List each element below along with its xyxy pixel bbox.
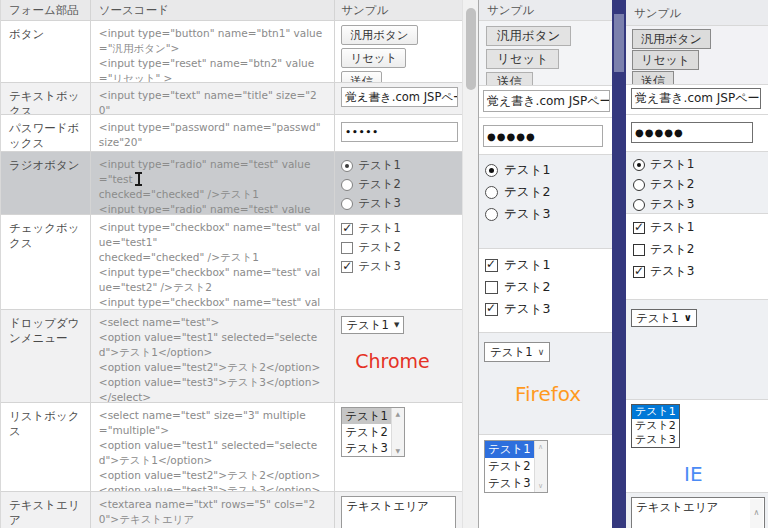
password-input[interactable]: •••••	[341, 122, 458, 142]
dropdown-select[interactable]: テスト1▼	[341, 316, 404, 334]
checkbox-option-1[interactable]: テスト1	[633, 219, 694, 236]
sample-section-dropdown: テスト1∨	[626, 300, 768, 400]
header-form-parts: フォーム部品	[1, 0, 91, 20]
submit-button[interactable]: 送信	[632, 71, 674, 85]
listbox-option-1[interactable]: テスト1	[632, 405, 679, 419]
checkbox-icon	[341, 261, 353, 273]
scrollbar-thumb[interactable]	[466, 8, 476, 90]
checkbox-option-1[interactable]: テスト1	[341, 221, 401, 236]
listbox-select[interactable]: テスト1 テスト2 テスト3 ▲▼	[341, 407, 405, 457]
scroll-up-icon: ∧	[754, 508, 760, 517]
textarea-scrollbar[interactable]: ∧	[750, 499, 763, 528]
screenshot-root: フォーム部品 ソースコード サンプル ボタン <input type="butt…	[0, 0, 768, 528]
dropdown-select[interactable]: テスト1∨	[631, 309, 697, 327]
checkbox-icon	[341, 242, 353, 254]
sample-section-listbox: テスト1 テスト2 テスト3 IE	[626, 400, 768, 493]
checkbox-option-1[interactable]: テスト1	[485, 257, 550, 274]
ie-pane: サンプル 汎用ボタン リセット 送信 覚え書き.com JSPページ ●●●●●…	[626, 0, 768, 528]
listbox-option-3[interactable]: テスト3	[632, 433, 679, 447]
radio-icon	[341, 160, 353, 172]
listbox-scrollbar[interactable]: ∧∨	[534, 441, 547, 492]
radio-option-3[interactable]: テスト3	[341, 196, 401, 211]
checkbox-option-2[interactable]: テスト2	[485, 279, 550, 296]
checkbox-option-3[interactable]: テスト3	[485, 301, 550, 318]
checkbox-option-3[interactable]: テスト3	[341, 259, 401, 274]
generic-button[interactable]: 汎用ボタン	[632, 29, 711, 49]
firefox-pane: サンプル 汎用ボタン リセット 送信 覚え書き.com JSPページ ●●●●●…	[478, 0, 612, 528]
listbox-option-1[interactable]: テスト1	[485, 441, 534, 458]
text-input[interactable]: 覚え書き.com JSPページ	[631, 88, 761, 109]
sample-section-checkbox: テスト1 テスト2 テスト3	[626, 214, 768, 300]
radio-option-2[interactable]: テスト2	[633, 176, 694, 193]
sample-section-password: ●●●●●	[626, 115, 768, 152]
text-cursor-icon	[133, 172, 144, 186]
text-input[interactable]: 覚え書き.com JSPページ	[341, 87, 458, 107]
listbox-option-2[interactable]: テスト2	[485, 458, 534, 475]
radio-icon	[341, 179, 353, 191]
listbox-select[interactable]: テスト1 テスト2 テスト3 ∧∨	[484, 440, 548, 493]
chrome-vertical-scrollbar[interactable]	[462, 0, 478, 528]
text-input[interactable]: 覚え書き.com JSPページ	[483, 90, 610, 112]
chrome-browser-label: Chrome	[355, 350, 458, 372]
sample-section-textbox: 覚え書き.com JSPページ	[479, 86, 612, 118]
radio-icon	[485, 164, 498, 177]
scroll-up-icon: ∧	[538, 443, 543, 451]
table-row-textbox: テキストボックス <input type="text" name="title"…	[1, 83, 462, 115]
radio-option-2[interactable]: テスト2	[485, 184, 550, 201]
submit-button[interactable]: 送信	[486, 72, 533, 86]
header-sample: サンプル	[626, 0, 768, 26]
checkbox-option-2[interactable]: テスト2	[341, 240, 401, 255]
radio-option-1[interactable]: テスト1	[485, 162, 550, 179]
sample-cell: テスト1▼ Chrome	[335, 310, 462, 402]
radio-option-1[interactable]: テスト1	[341, 158, 401, 173]
radio-option-3[interactable]: テスト3	[485, 206, 550, 223]
radio-icon	[341, 198, 353, 210]
sample-section-buttons: 汎用ボタン リセット 送信	[626, 26, 768, 85]
code-line: checked="checked" />テスト1	[99, 187, 326, 202]
sample-cell: テスト1 テスト2 テスト3	[335, 152, 462, 214]
textarea[interactable]: テキストエリア	[341, 496, 456, 528]
dropdown-select[interactable]: テスト1∨	[484, 342, 550, 362]
form-part-label: ボタン	[1, 21, 91, 82]
code-line: <input type="radio" name="test" value="t…	[99, 157, 326, 187]
table-row-dropdown: ドロップダウンメニュー <select name="test"> <option…	[1, 310, 462, 403]
radio-icon	[485, 186, 498, 199]
radio-option-1[interactable]: テスト1	[633, 156, 694, 173]
code-line: <textarea name="txt" rows="5" cols="20">…	[99, 497, 326, 527]
listbox-option-3[interactable]: テスト3	[485, 475, 534, 492]
reset-button[interactable]: リセット	[632, 50, 699, 70]
checkbox-icon	[633, 222, 645, 234]
dark-vertical-scrollbar[interactable]	[612, 0, 626, 528]
listbox-option-2[interactable]: テスト2	[342, 424, 391, 440]
table-row-textarea: テキストエリア <textarea name="txt" rows="5" co…	[1, 492, 462, 528]
sample-cell: テスト1 テスト2 テスト3	[335, 215, 462, 309]
password-input[interactable]: ●●●●●	[631, 122, 753, 143]
generic-button[interactable]: 汎用ボタン	[341, 25, 417, 45]
scroll-down-icon: ∨	[538, 482, 543, 490]
generic-button[interactable]: 汎用ボタン	[486, 26, 571, 46]
textarea[interactable]: テキストエリア ∧	[631, 497, 765, 528]
listbox-option-3[interactable]: テスト3	[342, 440, 391, 456]
checkbox-option-2[interactable]: テスト2	[633, 241, 694, 258]
submit-button[interactable]: 送信	[341, 71, 382, 82]
scrollbar-thumb[interactable]	[614, 14, 624, 72]
source-code-cell: <input type="checkbox" name="test" value…	[91, 215, 335, 309]
reset-button[interactable]: リセット	[341, 48, 406, 68]
code-line: <input type="checkbox" name="test" value…	[99, 220, 326, 250]
radio-option-3[interactable]: テスト3	[633, 196, 694, 213]
password-input[interactable]: ●●●●●	[483, 125, 603, 147]
form-part-label: チェックボックス	[1, 215, 91, 309]
listbox-option-1[interactable]: テスト1	[342, 408, 391, 424]
checkbox-icon	[485, 259, 498, 272]
checkbox-option-3[interactable]: テスト3	[633, 263, 694, 280]
listbox-option-2[interactable]: テスト2	[632, 419, 679, 433]
listbox-select[interactable]: テスト1 テスト2 テスト3	[631, 404, 680, 448]
radio-option-2[interactable]: テスト2	[341, 177, 401, 192]
code-line: <input type="button" name="btn1" value="…	[99, 26, 326, 56]
radio-icon	[633, 179, 645, 191]
code-text: <input type="radio" name="test" value="t…	[99, 158, 311, 185]
header-sample: サンプル	[479, 0, 612, 21]
listbox-scrollbar[interactable]: ▲▼	[391, 408, 404, 456]
source-code-cell: <select name="test"> <option value="test…	[91, 310, 335, 402]
reset-button[interactable]: リセット	[486, 49, 559, 69]
